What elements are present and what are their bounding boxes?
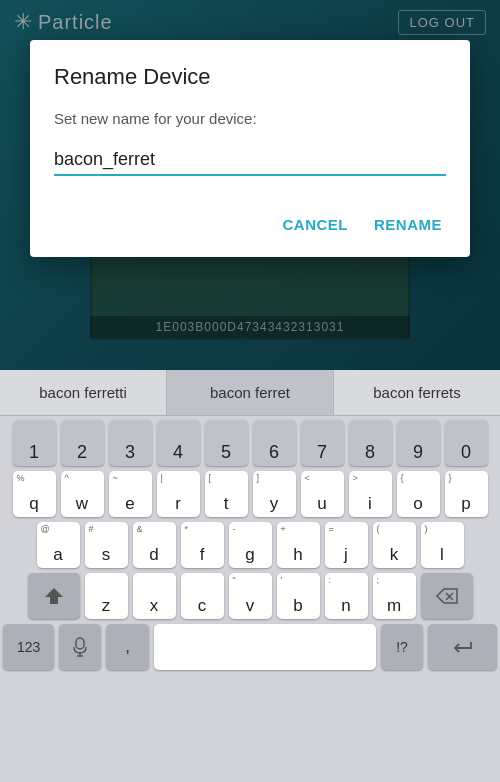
key-v[interactable]: "v <box>229 573 272 619</box>
key-8[interactable]: 8 <box>349 420 392 466</box>
dialog-title: Rename Device <box>54 64 446 90</box>
key-k[interactable]: (k <box>373 522 416 568</box>
key-r[interactable]: |r <box>157 471 200 517</box>
key-i[interactable]: >i <box>349 471 392 517</box>
rename-dialog: Rename Device Set new name for your devi… <box>30 40 470 257</box>
key-j[interactable]: =j <box>325 522 368 568</box>
key-9[interactable]: 9 <box>397 420 440 466</box>
key-f[interactable]: *f <box>181 522 224 568</box>
key-n[interactable]: :n <box>325 573 368 619</box>
key-z[interactable]: z <box>85 573 128 619</box>
number-row: 1 2 3 4 5 6 7 8 9 0 <box>3 420 497 466</box>
key-w[interactable]: ^w <box>61 471 104 517</box>
enter-key[interactable] <box>428 624 497 670</box>
key-d[interactable]: &d <box>133 522 176 568</box>
dialog-subtitle: Set new name for your device: <box>54 110 446 127</box>
key-g[interactable]: -g <box>229 522 272 568</box>
key-u[interactable]: <u <box>301 471 344 517</box>
cancel-button[interactable]: CANCEL <box>278 208 352 241</box>
autocomplete-bar: bacon ferretti bacon ferret bacon ferret… <box>0 370 500 416</box>
key-4[interactable]: 4 <box>157 420 200 466</box>
key-6[interactable]: 6 <box>253 420 296 466</box>
row-zxcv: z x c "v 'b :n ;m <box>3 573 497 619</box>
key-q[interactable]: %q <box>13 471 56 517</box>
dialog-actions: CANCEL RENAME <box>54 204 446 241</box>
key-a[interactable]: @a <box>37 522 80 568</box>
autocomplete-item-0[interactable]: bacon ferretti <box>0 370 167 415</box>
key-h[interactable]: +h <box>277 522 320 568</box>
key-o[interactable]: {o <box>397 471 440 517</box>
device-name-input[interactable] <box>54 145 446 176</box>
key-t[interactable]: [t <box>205 471 248 517</box>
key-5[interactable]: 5 <box>205 420 248 466</box>
autocomplete-item-1[interactable]: bacon ferret <box>167 370 334 415</box>
rename-button[interactable]: RENAME <box>370 208 446 241</box>
row-qwerty: %q ^w ~e |r [t ]y <u >i {o }p <box>3 471 497 517</box>
bottom-row: 123 , !? <box>3 624 497 670</box>
keyboard-rows: 1 2 3 4 5 6 7 8 9 0 %q ^w ~e |r [t ]y <u… <box>0 416 500 677</box>
key-0[interactable]: 0 <box>445 420 488 466</box>
comma-key[interactable]: , <box>106 624 148 670</box>
key-7[interactable]: 7 <box>301 420 344 466</box>
backspace-key[interactable] <box>421 573 473 619</box>
key-b[interactable]: 'b <box>277 573 320 619</box>
autocomplete-item-2[interactable]: bacon ferrets <box>334 370 500 415</box>
input-wrapper <box>54 145 446 176</box>
key-x[interactable]: x <box>133 573 176 619</box>
key-m[interactable]: ;m <box>373 573 416 619</box>
key-2[interactable]: 2 <box>61 420 104 466</box>
key-e[interactable]: ~e <box>109 471 152 517</box>
key-123[interactable]: 123 <box>3 624 54 670</box>
row-asdf: @a #s &d *f -g +h =j (k )l <box>3 522 497 568</box>
key-s[interactable]: #s <box>85 522 128 568</box>
key-c[interactable]: c <box>181 573 224 619</box>
key-y[interactable]: ]y <box>253 471 296 517</box>
mic-key[interactable] <box>59 624 101 670</box>
key-1[interactable]: 1 <box>13 420 56 466</box>
key-3[interactable]: 3 <box>109 420 152 466</box>
key-l[interactable]: )l <box>421 522 464 568</box>
keyboard: bacon ferretti bacon ferret bacon ferret… <box>0 370 500 782</box>
key-p[interactable]: }p <box>445 471 488 517</box>
svg-marker-0 <box>45 588 63 604</box>
space-key[interactable] <box>154 624 376 670</box>
period-key[interactable]: !? <box>381 624 423 670</box>
svg-rect-3 <box>76 638 84 649</box>
shift-key[interactable] <box>28 573 80 619</box>
